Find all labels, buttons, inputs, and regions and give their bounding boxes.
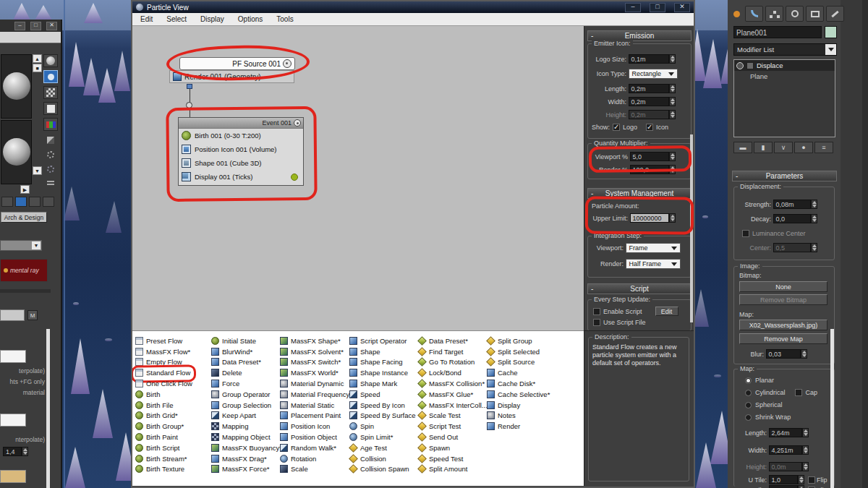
- tab-hierarchy[interactable]: [765, 6, 783, 22]
- depot-item-material-frequency[interactable]: Material Frequency: [280, 389, 349, 400]
- depot-item-massfx-solvent[interactable]: MassFX Solvent*: [280, 346, 349, 357]
- depot-item-force[interactable]: Force: [211, 378, 280, 389]
- blur-field[interactable]: 0,03: [766, 349, 801, 359]
- u-tile-spinner[interactable]: [798, 475, 804, 484]
- make-unique-icon[interactable]: [43, 197, 54, 207]
- background-icon[interactable]: [43, 86, 58, 99]
- depot-item-mapping[interactable]: Mapping: [211, 421, 280, 432]
- map-width-field[interactable]: 4,251m: [769, 445, 802, 455]
- command-panel-scrollbar[interactable]: [830, 329, 834, 488]
- depot-item-position-icon[interactable]: Position Icon: [280, 421, 349, 432]
- get-material-icon[interactable]: [1, 197, 13, 207]
- depot-item-render[interactable]: Render: [487, 421, 550, 432]
- depot-item-cache[interactable]: Cache: [487, 367, 550, 378]
- depot-item-shape-instance[interactable]: Shape Instance: [349, 367, 418, 378]
- event-display-canvas[interactable]: PF Source 001 Render 001 (Geometry) Even…: [132, 26, 584, 330]
- upper-limit-spinner[interactable]: [669, 213, 676, 223]
- slot-scroll-up-icon[interactable]: ▲: [33, 54, 42, 63]
- depot-item-mapping-object[interactable]: Mapping Object: [211, 432, 280, 442]
- render-pct-field[interactable]: 100,0: [630, 165, 669, 174]
- depot-item-go-to-rotation[interactable]: Go To Rotation: [418, 357, 487, 368]
- show-icon-checkbox[interactable]: [646, 124, 653, 131]
- show-logo-checkbox[interactable]: [613, 124, 620, 131]
- remove-bitmap-button[interactable]: Remove Bitmap: [739, 294, 827, 305]
- event-operator-row[interactable]: Shape 001 (Cube 3D): [179, 156, 303, 170]
- modifier-stack-row-plane[interactable]: Plane: [734, 71, 835, 82]
- depot-item-massfx-force[interactable]: MassFX Force*: [211, 464, 280, 475]
- depot-item-blurwind[interactable]: BlurWind*: [211, 346, 280, 357]
- video-color-check-icon[interactable]: [43, 118, 58, 131]
- tab-display[interactable]: [806, 6, 824, 22]
- depot-item-speed-test[interactable]: Speed Test: [418, 453, 487, 464]
- depot-item-massfx-shape[interactable]: MassFX Shape*: [280, 335, 349, 346]
- particle-view-titlebar[interactable]: Particle View – □ ✕: [132, 1, 694, 13]
- depot-item-placement-paint[interactable]: Placement Paint: [280, 411, 349, 421]
- map-length-field[interactable]: 2,64m: [769, 428, 802, 437]
- depot-item-position-object[interactable]: Position Object: [280, 432, 349, 442]
- close-icon[interactable]: ✕: [46, 22, 57, 30]
- strength-spinner[interactable]: [811, 200, 817, 209]
- logo-size-spinner[interactable]: [669, 54, 676, 64]
- decay-spinner[interactable]: [811, 214, 817, 223]
- integration-render-dropdown[interactable]: Half Frame: [626, 259, 681, 269]
- rollout-script[interactable]: -Script: [587, 283, 692, 294]
- depot-item-script-test[interactable]: Script Test: [418, 421, 487, 432]
- enable-script-checkbox[interactable]: [593, 308, 600, 315]
- configure-stack-icon[interactable]: ≡: [814, 142, 833, 153]
- decay-field[interactable]: 0,0: [773, 214, 811, 223]
- depot-item-age-test[interactable]: Age Test: [349, 442, 418, 453]
- depot-item-lock-bond[interactable]: Lock/Bond: [418, 367, 487, 378]
- blur-spinner[interactable]: [801, 349, 807, 359]
- menu-options[interactable]: Options: [238, 15, 263, 23]
- menu-edit[interactable]: Edit: [140, 15, 153, 23]
- map-height-field[interactable]: 0,0m: [769, 462, 802, 471]
- event-operator-row[interactable]: Display 001 (Ticks): [179, 170, 303, 184]
- v-tile-spinner[interactable]: [798, 485, 804, 488]
- center-spinner[interactable]: [811, 243, 817, 252]
- depot-item-spin-limit[interactable]: Spin Limit*: [349, 432, 418, 442]
- map-file-button[interactable]: X02_Wassersplash.jpg): [739, 320, 827, 330]
- assign-material-icon[interactable]: [15, 197, 27, 207]
- sample-ui-icon[interactable]: [43, 102, 58, 115]
- depot-item-send-out[interactable]: Send Out: [418, 432, 487, 442]
- menu-select[interactable]: Select: [166, 15, 187, 23]
- material-editor-menubar[interactable]: [0, 32, 61, 43]
- cylindrical-radio[interactable]: [745, 390, 752, 396]
- object-name-field[interactable]: Plane001: [733, 26, 822, 38]
- depot-item-preset-flow[interactable]: Preset Flow: [135, 335, 211, 346]
- slot-scroll-down-icon[interactable]: ▼: [33, 166, 42, 175]
- map-shortcut-button[interactable]: M: [27, 310, 38, 320]
- material-map-navigator-icon[interactable]: [43, 177, 58, 190]
- depot-item-cache-disk[interactable]: Cache Disk*: [487, 378, 550, 389]
- depot-item-group-operator[interactable]: Group Operator: [211, 389, 280, 400]
- modifier-stack-row-displace[interactable]: Displace: [734, 60, 835, 71]
- tab-utilities[interactable]: [826, 6, 844, 22]
- depot-item-shape-mark[interactable]: Shape Mark: [349, 378, 418, 389]
- material-name-dropdown[interactable]: ▼: [0, 240, 42, 251]
- depot-item-shape-facing[interactable]: Shape Facing: [349, 357, 418, 368]
- depot-item-birth[interactable]: Birth: [135, 389, 211, 400]
- depot-item-script-operator[interactable]: Script Operator: [349, 335, 418, 346]
- depot-item-data-preset[interactable]: Data Preset*: [211, 357, 280, 368]
- depot-item-material-static[interactable]: Material Static: [280, 400, 349, 411]
- depot-item-find-target[interactable]: Find Target: [418, 346, 487, 357]
- depot-item-birth-stream[interactable]: Birth Stream*: [135, 453, 211, 464]
- object-color-swatch[interactable]: [825, 26, 837, 38]
- depot-item-initial-state[interactable]: Initial State: [211, 335, 280, 346]
- planar-radio[interactable]: [745, 377, 752, 384]
- depot-item-spawn[interactable]: Spawn: [418, 442, 487, 453]
- shrink-wrap-radio[interactable]: [745, 414, 752, 421]
- close-icon[interactable]: ✕: [674, 3, 690, 12]
- depot-item-split-amount[interactable]: Split Amount: [418, 464, 487, 475]
- sample-type-icon[interactable]: [43, 54, 58, 67]
- refraction-color-swatch[interactable]: [0, 414, 26, 427]
- show-end-result-icon[interactable]: ▮: [754, 142, 773, 153]
- length-field[interactable]: 0,2m: [629, 84, 669, 93]
- spherical-radio[interactable]: [745, 402, 752, 408]
- v-tile-field[interactable]: 1,0: [769, 485, 798, 488]
- generate-preview-icon[interactable]: [43, 134, 58, 147]
- event-node[interactable]: Event 001 Birth 001 (0-30 T:200) Positio…: [178, 117, 304, 186]
- luminance-center-checkbox[interactable]: [742, 230, 749, 237]
- depot-item-massfx-intercoll[interactable]: MassFX InterColl...: [418, 400, 487, 411]
- depot-item-collision[interactable]: Collision: [349, 453, 418, 464]
